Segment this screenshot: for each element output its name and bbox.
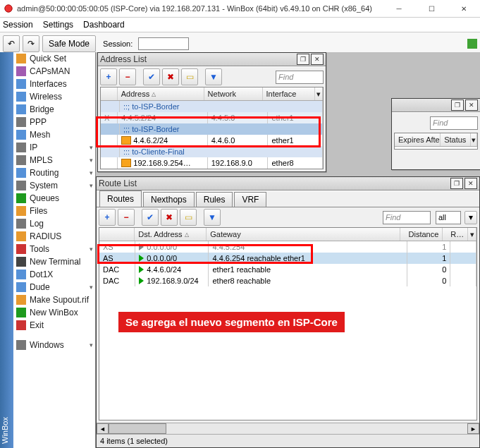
addrlist-close-button[interactable]: ✕ [311, 54, 324, 65]
addr-col-menu[interactable]: ▾ [315, 87, 323, 100]
route-remove-button[interactable]: − [118, 209, 135, 226]
tab-rules[interactable]: Rules [196, 192, 233, 207]
label: Routing [30, 168, 59, 178]
undo-button[interactable]: ↶ [3, 35, 20, 52]
minimize-button[interactable]: ─ [383, 0, 415, 17]
sidebar-item-files[interactable]: Files [13, 205, 95, 217]
sidebar-tab[interactable]: WinBox [0, 52, 13, 448]
close-button[interactable]: ✕ [448, 0, 480, 17]
label: MPLS [30, 155, 53, 165]
session-field[interactable] [138, 37, 189, 50]
redo-icon: ↷ [27, 39, 35, 49]
route-col-4[interactable]: R… [443, 228, 468, 241]
comment-icon: ▭ [185, 212, 192, 222]
sidebar-item-log[interactable]: Log [13, 217, 95, 230]
background-window[interactable]: ❐ ✕ Find Expires After Status ▾ [391, 98, 480, 170]
sidebar-item-wireless[interactable]: Wireless [13, 90, 95, 103]
col-expires-after[interactable]: Expires After [395, 133, 441, 146]
sidebar-item-radius[interactable]: RADIUS [13, 230, 95, 243]
sidebar-item-mpls[interactable]: MPLS▾ [13, 154, 95, 167]
maximize-button[interactable]: ☐ [415, 0, 448, 17]
route-scope-dropdown[interactable]: ▾ [464, 211, 477, 224]
sidebar-item-exit[interactable]: Exit [13, 319, 95, 332]
route-filter-button[interactable]: ▼ [204, 209, 221, 226]
sidebar-item-windows[interactable]: Windows▾ [13, 339, 95, 351]
sidebar-item-dot1x[interactable]: Dot1X [13, 268, 95, 281]
sidebar-item-capsman[interactable]: CAPsMAN [13, 65, 95, 78]
route-row[interactable]: DAC4.4.6.0/24ether1 reachable0 [99, 264, 476, 275]
addrlist-find-input[interactable]: Find [276, 71, 324, 84]
route-col-0[interactable] [99, 228, 135, 241]
addr-row[interactable]: 192.168.9.254…192.168.9.0ether8 [101, 157, 323, 169]
routelist-close-button[interactable]: ✕ [464, 178, 477, 189]
remove-button[interactable]: − [119, 68, 136, 85]
add-button[interactable]: + [100, 68, 117, 85]
route-disable-button[interactable]: ✖ [161, 209, 178, 226]
route-row[interactable]: AS0.0.0.0/04.4.6.254 reachable ether11 [99, 253, 476, 264]
sidebar-item-system[interactable]: System▾ [13, 179, 95, 192]
sidebar-item-interfaces[interactable]: Interfaces [13, 78, 95, 90]
scroll-right-button[interactable]: ► [467, 423, 479, 434]
route-row[interactable]: XS0.0.0.0/04.4.5.2541 [99, 241, 476, 253]
tab-routes[interactable]: Routes [99, 190, 142, 207]
col-status[interactable]: Status [441, 133, 471, 146]
sidebar-item-tools[interactable]: Tools▾ [13, 243, 95, 255]
addr-col-1[interactable]: Network [204, 87, 263, 100]
addr-col-2[interactable]: Interface [263, 87, 316, 100]
disable-button[interactable]: ✖ [162, 68, 179, 85]
route-find-input[interactable]: Find [383, 211, 431, 224]
route-col-1[interactable]: Dst. Address△ [135, 228, 207, 241]
addr-row[interactable]: X4.4.5.2/244.4.5.0ether1 [101, 112, 323, 123]
addr-comment-row[interactable]: ::: to-Cliente-Final [101, 146, 323, 157]
sidebar-item-routing[interactable]: Routing▾ [13, 167, 95, 179]
route-comment-button[interactable]: ▭ [180, 209, 197, 226]
route-col-3[interactable]: Distance [400, 228, 443, 241]
sidebar-item-make-supout[interactable]: Make Supout.rif [13, 293, 95, 306]
dude-icon [16, 282, 26, 292]
route-add-button[interactable]: + [99, 209, 116, 226]
tab-vrf[interactable]: VRF [234, 192, 266, 207]
redo-button[interactable]: ↷ [23, 35, 39, 52]
sidebar-item-queues[interactable]: Queues [13, 192, 95, 205]
sidebar-item-new-terminal[interactable]: New Terminal [13, 255, 95, 268]
bgwin-restore-button[interactable]: ❐ [451, 99, 464, 111]
route-scope-select[interactable]: all [436, 211, 461, 224]
session-label: Session: [103, 40, 133, 48]
bgwin-close-button[interactable]: ✕ [465, 99, 478, 111]
filter-button[interactable]: ▼ [205, 68, 222, 85]
comment-button[interactable]: ▭ [181, 68, 198, 85]
tab-nexthops[interactable]: Nexthops [143, 192, 195, 207]
addr-col-0[interactable]: Address△ [118, 87, 204, 100]
addr-comment-row[interactable]: ::; to-ISP-Border [101, 101, 323, 112]
route-row[interactable]: DAC192.168.9.0/24ether8 reachable0 [99, 275, 476, 286]
menu-settings[interactable]: Settings [43, 20, 73, 30]
menu-dashboard[interactable]: Dashboard [83, 20, 125, 30]
sidebar-item-new-winbox[interactable]: New WinBox [13, 306, 95, 319]
scroll-thumb[interactable] [109, 423, 166, 434]
sidebar-item-ip[interactable]: IP▾ [13, 141, 95, 154]
sidebar-item-quick-set[interactable]: Quick Set [13, 52, 95, 65]
route-list-title: Route List [99, 178, 137, 188]
enable-button[interactable]: ✔ [143, 68, 160, 85]
routelist-restore-button[interactable]: ❐ [450, 178, 463, 189]
bgwin-find-input[interactable]: Find [430, 116, 478, 130]
plus-icon: + [106, 72, 111, 82]
col-dropdown[interactable]: ▾ [471, 133, 477, 146]
address-list-window[interactable]: Address List ❐ ✕ + − ✔ ✖ ▭ ▼ Find Addres… [97, 52, 326, 172]
sidebar-item-bridge[interactable]: Bridge [13, 103, 95, 116]
addr-comment-row[interactable]: ;;; to-ISP-Border [101, 123, 323, 135]
safe-mode-button[interactable]: Safe Mode [42, 35, 96, 52]
sidebar-item-mesh[interactable]: Mesh [13, 128, 95, 141]
sidebar-item-ppp[interactable]: PPP [13, 116, 95, 128]
menu-session[interactable]: Session [3, 20, 33, 30]
route-enable-button[interactable]: ✔ [142, 209, 159, 226]
plus-icon: + [104, 212, 109, 222]
route-col-2[interactable]: Gateway [207, 228, 400, 241]
scroll-left-button[interactable]: ◄ [97, 423, 109, 434]
sidebar-item-dude[interactable]: Dude▾ [13, 281, 95, 293]
exit-icon [16, 320, 26, 330]
route-hscroll[interactable]: ◄ ► [97, 423, 479, 434]
addr-row[interactable]: 4.4.6.2/244.4.6.0ether1 [101, 135, 323, 146]
route-col-menu[interactable]: ▾ [468, 228, 476, 241]
addrlist-restore-button[interactable]: ❐ [297, 54, 309, 65]
